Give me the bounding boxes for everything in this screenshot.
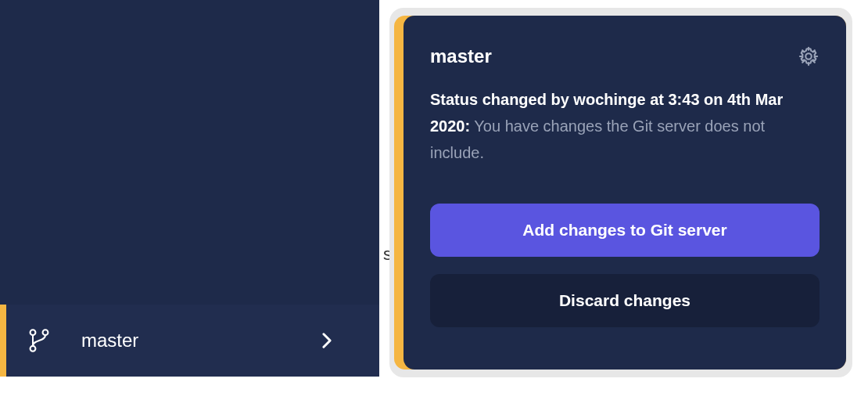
popup-title: master <box>430 45 492 67</box>
git-branch-icon <box>28 328 50 353</box>
svg-point-3 <box>805 53 811 59</box>
status-text: Status changed by wochinge at 3:43 on 4t… <box>430 86 820 166</box>
status-detail: You have changes the Git server does not… <box>430 117 765 161</box>
svg-point-0 <box>30 330 36 335</box>
chevron-right-icon <box>321 332 332 349</box>
add-changes-button[interactable]: Add changes to Git server <box>430 204 820 257</box>
sidebar-accent-bar <box>0 305 6 377</box>
svg-point-1 <box>30 346 36 352</box>
discard-changes-button[interactable]: Discard changes <box>430 274 820 327</box>
svg-point-2 <box>43 330 48 335</box>
popup-header: master <box>430 45 820 67</box>
sidebar: master <box>0 0 379 377</box>
sidebar-branch-item[interactable]: master <box>0 305 379 377</box>
git-status-popup: master Status changed by wochinge at 3:4… <box>404 16 846 370</box>
gear-icon[interactable] <box>798 45 820 67</box>
branch-label: master <box>81 330 321 352</box>
